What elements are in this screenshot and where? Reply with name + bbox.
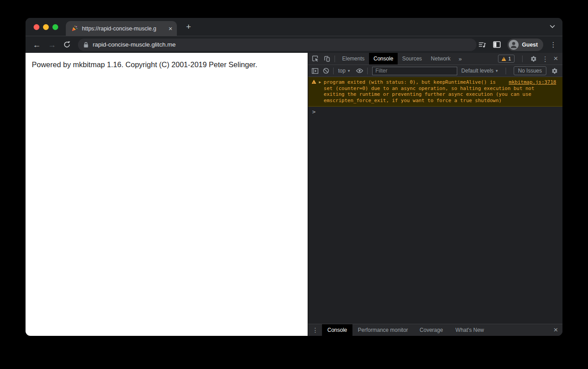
guest-label: Guest [522, 42, 538, 48]
devtools-tab-bar: Elements Console Sources Network » 1 ⋮ × [308, 53, 562, 65]
browser-tab[interactable]: https://rapid-concise-muscle.g × [66, 21, 177, 36]
drawer-tab-whats-new[interactable]: What's New [449, 324, 490, 336]
url-text: rapid-concise-muscle.glitch.me [93, 41, 176, 48]
divider [335, 56, 335, 62]
context-selector[interactable]: top ▾ [336, 68, 352, 74]
tab-network[interactable]: Network [426, 53, 455, 64]
web-page: Powered by mkbitmap 1.16. Copyright (C) … [26, 53, 308, 336]
devtools-close-icon[interactable]: × [554, 55, 558, 62]
log-levels-label: Default levels [461, 68, 494, 74]
page-copyright-text: Powered by mkbitmap 1.16. Copyright (C) … [32, 60, 258, 69]
divider [367, 68, 368, 74]
tab-close-icon[interactable]: × [168, 25, 172, 32]
lock-icon[interactable] [83, 42, 89, 48]
back-button[interactable]: ← [33, 41, 41, 49]
address-bar[interactable]: rapid-concise-muscle.glitch.me [78, 39, 476, 51]
tab-sources[interactable]: Sources [398, 53, 426, 64]
divider [506, 68, 506, 74]
warning-message-text: mkbitmap.js:3718program exited (with sta… [324, 79, 556, 103]
drawer-close-icon[interactable]: × [554, 326, 558, 334]
prompt-chevron: > [312, 108, 316, 115]
warning-text: program exited (with status: 0), but kee… [324, 79, 534, 103]
source-location-link[interactable]: mkbitmap.js:3718 [509, 79, 556, 86]
chevron-down-icon: ▾ [348, 69, 350, 73]
console-empty-area[interactable] [308, 115, 562, 324]
guest-profile-button[interactable]: Guest [507, 39, 543, 51]
media-controls-icon[interactable] [478, 41, 486, 48]
drawer-tab-coverage[interactable]: Coverage [413, 324, 449, 336]
browser-toolbar: ← → rapid-concise-muscle.glitch.me [26, 36, 562, 53]
console-toolbar: top ▾ Default levels ▾ [308, 65, 562, 77]
close-window-button[interactable] [34, 24, 39, 30]
console-toolbar-right: Default levels ▾ No Issues [461, 66, 562, 75]
toolbar-right-controls: Guest ⋮ [478, 39, 562, 51]
device-toolbar-icon[interactable] [323, 55, 330, 62]
console-warning-message[interactable]: ▶ mkbitmap.js:3718program exited (with s… [308, 77, 562, 107]
warning-count: 1 [508, 56, 511, 61]
more-tabs-chevron-icon[interactable]: » [455, 56, 465, 62]
settings-gear-icon[interactable] [530, 56, 537, 62]
tab-search-chevron-down-icon[interactable] [549, 25, 555, 29]
minimize-window-button[interactable] [43, 24, 49, 30]
avatar-icon [508, 39, 519, 50]
tab-console[interactable]: Console [369, 53, 398, 64]
traffic-lights [34, 24, 58, 30]
console-sidebar-icon[interactable] [312, 68, 318, 74]
browser-window: https://rapid-concise-muscle.g × + ← → r [26, 18, 562, 336]
devtools-menu-kebab-icon[interactable]: ⋮ [542, 56, 549, 62]
devtools-tabbar-right: 1 ⋮ × [498, 55, 562, 63]
divider [522, 56, 523, 62]
inspect-element-icon[interactable] [312, 55, 319, 62]
console-prompt[interactable]: > [308, 107, 562, 115]
no-issues-button[interactable]: No Issues [514, 66, 546, 75]
warning-triangle-icon [312, 80, 316, 84]
new-tab-button[interactable]: + [183, 22, 194, 33]
context-label: top [338, 68, 346, 74]
console-settings-gear-icon[interactable] [551, 68, 558, 74]
drawer-tab-console[interactable]: Console [322, 324, 352, 336]
drawer-menu-kebab-icon[interactable]: ⋮ [312, 326, 318, 334]
zoom-window-button[interactable] [52, 24, 58, 30]
tab-strip: https://rapid-concise-muscle.g × + [26, 18, 562, 36]
devtools-drawer: ⋮ Console Performance monitor Coverage W… [308, 324, 562, 336]
filter-input[interactable] [372, 67, 457, 75]
divider [333, 68, 334, 74]
clear-console-ban-icon[interactable] [323, 68, 329, 74]
tab-title: https://rapid-concise-muscle.g [82, 26, 164, 32]
tab-elements[interactable]: Elements [338, 53, 369, 64]
browser-menu-kebab-icon[interactable]: ⋮ [550, 41, 557, 48]
tab-favicon-party-popper-icon [71, 25, 78, 32]
chevron-down-icon: ▾ [496, 69, 498, 73]
live-expression-eye-icon[interactable] [356, 68, 363, 73]
warnings-badge[interactable]: 1 [498, 55, 515, 63]
log-levels-dropdown[interactable]: Default levels ▾ [461, 68, 498, 74]
reload-button[interactable] [63, 41, 71, 48]
side-panel-icon[interactable] [493, 41, 501, 48]
content-area: Powered by mkbitmap 1.16. Copyright (C) … [26, 53, 562, 336]
drawer-tab-performance-monitor[interactable]: Performance monitor [352, 324, 413, 336]
devtools-panel: Elements Console Sources Network » 1 ⋮ × [308, 53, 562, 336]
expand-triangle-icon[interactable]: ▶ [319, 79, 321, 103]
forward-button[interactable]: → [48, 41, 56, 49]
warning-triangle-icon [502, 57, 506, 61]
